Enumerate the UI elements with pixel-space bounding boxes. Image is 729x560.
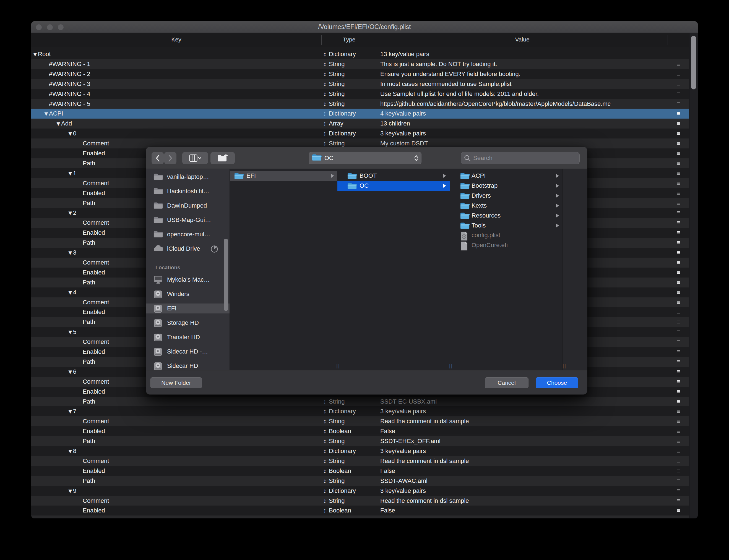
- disclosure-triangle-icon[interactable]: ▼: [67, 248, 73, 258]
- row-type-popup[interactable]: ↕Dictionary: [323, 446, 380, 456]
- row-type-popup[interactable]: ↕String: [323, 416, 380, 426]
- table-row[interactable]: #WARNING - 5↕Stringhttps://github.com/ac…: [31, 99, 689, 109]
- table-row[interactable]: ▼0↕Dictionary3 key/value pairs≡: [31, 129, 689, 138]
- column-header-value[interactable]: Value: [377, 36, 668, 43]
- row-drag-handle-icon[interactable]: ≡: [668, 347, 689, 357]
- row-type-popup[interactable]: ↕String: [323, 397, 380, 407]
- forward-button[interactable]: [164, 152, 176, 164]
- row-drag-handle-icon[interactable]: ≡: [668, 258, 689, 268]
- disclosure-triangle-icon[interactable]: ▼: [67, 208, 73, 218]
- row-type-popup[interactable]: ↕Dictionary: [323, 486, 380, 496]
- row-value[interactable]: 13 children: [380, 119, 667, 129]
- row-drag-handle-icon[interactable]: ≡: [668, 486, 689, 496]
- back-button[interactable]: [151, 152, 164, 164]
- row-type-popup[interactable]: ↕String: [323, 99, 380, 109]
- file-item-tools[interactable]: Tools: [450, 221, 563, 231]
- disclosure-triangle-icon[interactable]: ▼: [67, 367, 73, 377]
- row-drag-handle-icon[interactable]: ≡: [668, 158, 689, 168]
- row-drag-handle-icon[interactable]: ≡: [668, 406, 689, 416]
- file-item-kexts[interactable]: Kexts: [450, 201, 563, 211]
- row-type-popup[interactable]: ↕Dictionary: [323, 129, 380, 138]
- choose-button[interactable]: Choose: [536, 377, 578, 388]
- row-drag-handle-icon[interactable]: ≡: [668, 466, 689, 476]
- sidebar-item-sidecar-hd[interactable]: Sidecar HD: [146, 361, 229, 371]
- sidebar-item-transfer-hd[interactable]: Transfer HD: [146, 332, 229, 342]
- table-row[interactable]: Enabled↕BooleanFalse≡: [31, 466, 689, 476]
- file-item-acpi[interactable]: ACPI: [450, 171, 563, 181]
- row-drag-handle-icon[interactable]: ≡: [668, 129, 689, 138]
- row-value[interactable]: https://github.com/acidanthera/OpenCoreP…: [380, 99, 667, 109]
- table-row[interactable]: #WARNING - 3↕StringIn most cases recomme…: [31, 79, 689, 89]
- column-header-key[interactable]: Key: [31, 36, 321, 43]
- cancel-button[interactable]: Cancel: [485, 377, 529, 388]
- row-drag-handle-icon[interactable]: ≡: [668, 228, 689, 238]
- new-folder-toolbar-button[interactable]: [210, 152, 235, 164]
- row-drag-handle-icon[interactable]: ≡: [668, 426, 689, 436]
- row-drag-handle-icon[interactable]: ≡: [668, 238, 689, 248]
- file-item-oc[interactable]: OC: [337, 181, 450, 191]
- row-drag-handle-icon[interactable]: ≡: [668, 496, 689, 506]
- sidebar-item-usb-map-gui-[interactable]: USB-Map-Gui…: [146, 215, 229, 225]
- row-type-popup[interactable]: ↕Boolean: [323, 506, 380, 515]
- row-drag-handle-icon[interactable]: ≡: [668, 268, 689, 278]
- table-row[interactable]: ▼7↕Dictionary3 key/value pairs≡: [31, 406, 689, 416]
- row-drag-handle-icon[interactable]: ≡: [668, 99, 689, 109]
- sidebar-item-hackintosh-fil-[interactable]: Hackintosh fil…: [146, 186, 229, 196]
- table-row[interactable]: #WARNING - 4↕StringUse SampleFull.plist …: [31, 89, 689, 99]
- row-drag-handle-icon[interactable]: ≡: [668, 436, 689, 446]
- file-item-drivers[interactable]: Drivers: [450, 191, 563, 201]
- title-bar[interactable]: /Volumes/EFI/EFI/OC/config.plist: [31, 21, 698, 33]
- row-type-popup[interactable]: ↕Boolean: [323, 466, 380, 476]
- disclosure-triangle-icon[interactable]: ▼: [43, 109, 49, 119]
- table-row[interactable]: Comment↕StringRead the comment in dsl sa…: [31, 416, 689, 426]
- row-drag-handle-icon[interactable]: ≡: [668, 168, 689, 178]
- row-drag-handle-icon[interactable]: ≡: [668, 307, 689, 317]
- row-value[interactable]: False: [380, 466, 667, 476]
- row-drag-handle-icon[interactable]: ≡: [668, 337, 689, 347]
- row-drag-handle-icon[interactable]: ≡: [668, 397, 689, 407]
- row-value[interactable]: False: [380, 506, 667, 515]
- disclosure-triangle-icon[interactable]: ▼: [67, 169, 73, 179]
- file-item-boot[interactable]: BOOT: [337, 171, 450, 181]
- search-field[interactable]: [461, 152, 580, 164]
- row-value[interactable]: 3 key/value pairs: [380, 446, 667, 456]
- row-value[interactable]: 13 key/value pairs: [380, 49, 667, 59]
- row-drag-handle-icon[interactable]: ≡: [668, 506, 689, 515]
- row-value[interactable]: In most cases recommended to use Sample.…: [380, 79, 667, 89]
- table-row[interactable]: Comment↕StringRead the comment in dsl sa…: [31, 496, 689, 506]
- sidebar-item-sidecar-hd-[interactable]: Sidecar HD -…: [146, 347, 229, 357]
- row-value[interactable]: Read the comment in dsl sample: [380, 416, 667, 426]
- row-value[interactable]: Read the comment in dsl sample: [380, 496, 667, 506]
- row-drag-handle-icon[interactable]: ≡: [668, 297, 689, 307]
- row-drag-handle-icon[interactable]: ≡: [668, 59, 689, 69]
- column-resize-handle[interactable]: ||: [336, 363, 340, 369]
- sidebar-item-mykola-s-mac-[interactable]: Mykola's Mac…: [146, 275, 229, 285]
- sidebar-item-dawindumped[interactable]: DawinDumped: [146, 201, 229, 211]
- row-type-popup[interactable]: ↕Array: [323, 119, 380, 129]
- disclosure-triangle-icon[interactable]: ▼: [67, 407, 73, 417]
- column-resize-handle[interactable]: ||: [449, 363, 453, 369]
- vertical-scrollbar[interactable]: [689, 33, 698, 518]
- table-row[interactable]: ▼8↕Dictionary3 key/value pairs≡: [31, 446, 689, 456]
- row-type-popup[interactable]: ↕Dictionary: [323, 49, 380, 59]
- row-drag-handle-icon[interactable]: ≡: [668, 446, 689, 456]
- row-drag-handle-icon[interactable]: ≡: [668, 416, 689, 426]
- row-type-popup[interactable]: ↕String: [323, 89, 380, 99]
- table-row[interactable]: Path↕StringSSDT-EHCx_OFF.aml≡: [31, 436, 689, 446]
- column-resize-handle[interactable]: ||: [563, 363, 566, 369]
- row-drag-handle-icon[interactable]: ≡: [668, 248, 689, 258]
- table-row[interactable]: [31, 515, 689, 518]
- sidebar-item-winders[interactable]: Winders: [146, 289, 229, 299]
- row-value[interactable]: 3 key/value pairs: [380, 486, 667, 496]
- row-type-popup[interactable]: ↕String: [323, 496, 380, 506]
- new-folder-button[interactable]: New Folder: [150, 377, 202, 388]
- row-drag-handle-icon[interactable]: ≡: [668, 148, 689, 158]
- row-type-popup[interactable]: ↕Dictionary: [323, 406, 380, 416]
- row-value[interactable]: SSDT-AWAC.aml: [380, 476, 667, 486]
- row-type-popup[interactable]: ↕String: [323, 69, 380, 79]
- disclosure-triangle-icon[interactable]: ▼: [55, 119, 61, 129]
- row-drag-handle-icon[interactable]: ≡: [668, 208, 689, 218]
- table-row[interactable]: Path↕StringSSDT-AWAC.aml≡: [31, 476, 689, 486]
- row-value[interactable]: Read the comment in dsl sample: [380, 456, 667, 466]
- disclosure-triangle-icon[interactable]: ▼: [67, 327, 73, 337]
